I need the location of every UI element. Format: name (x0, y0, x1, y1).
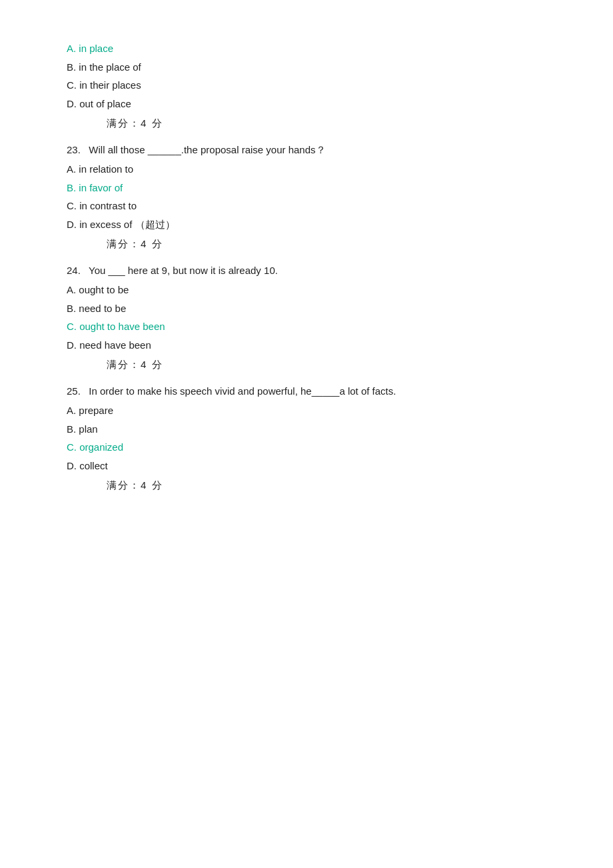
option-c-q22: C. in their places (67, 77, 546, 94)
option-d-q24-text: D. need have been (67, 339, 151, 351)
question-25-stem: 25. In order to make his speech vivid an… (67, 383, 546, 400)
score-q24: 满分：4 分 (107, 356, 546, 373)
question-24-stem: 24. You ___ here at 9, but now it is alr… (67, 262, 546, 279)
score-q22: 满分：4 分 (107, 115, 546, 132)
option-b-q22-text: B. in the place of (67, 61, 141, 73)
option-c-q25-text: C. organized (67, 441, 123, 453)
score-q23: 满分：4 分 (107, 235, 546, 253)
question-23-number: 23. Will all those ______.the proposal r… (67, 144, 326, 155)
question-22-tail: A. in place B. in the place of C. in the… (67, 40, 546, 132)
option-b-q24-text: B. need to be (67, 303, 126, 314)
option-c-q24: C. ought to have been (67, 318, 546, 335)
question-24-number: 24. You ___ here at 9, but now it is alr… (67, 265, 278, 276)
option-d-q22-text: D. out of place (67, 98, 131, 109)
option-a-q22: A. in place (67, 40, 546, 57)
option-d-q25: D. collect (67, 457, 546, 475)
question-24: 24. You ___ here at 9, but now it is alr… (67, 262, 546, 373)
option-b-q25: B. plan (67, 421, 546, 438)
option-c-q22-text: C. in their places (67, 79, 141, 91)
option-b-q24: B. need to be (67, 300, 546, 317)
option-a-q24: A. ought to be (67, 281, 546, 299)
option-c-q24-text: C. ought to have been (67, 321, 165, 332)
option-d-q24: D. need have been (67, 337, 546, 354)
option-a-q25-text: A. prepare (67, 405, 113, 416)
question-23-stem: 23. Will all those ______.the proposal r… (67, 141, 546, 159)
option-c-q23-text: C. in contrast to (67, 200, 137, 211)
question-25-number: 25. In order to make his speech vivid an… (67, 385, 396, 397)
option-a-q25: A. prepare (67, 402, 546, 419)
question-25: 25. In order to make his speech vivid an… (67, 383, 546, 494)
option-c-q23: C. in contrast to (67, 197, 546, 215)
question-23: 23. Will all those ______.the proposal r… (67, 141, 546, 253)
option-d-q23: D. in excess of （超过） (67, 216, 546, 233)
score-q25: 满分：4 分 (107, 477, 546, 494)
option-b-q22: B. in the place of (67, 59, 546, 76)
option-a-q22-text: A. in place (67, 43, 113, 54)
option-b-q23: B. in favor of (67, 179, 546, 197)
option-a-q23-text: A. in relation to (67, 163, 133, 175)
option-a-q24-text: A. ought to be (67, 284, 129, 295)
option-d-q23-text: D. in excess of （超过） (67, 219, 175, 230)
option-d-q25-text: D. collect (67, 460, 108, 471)
option-b-q23-text: B. in favor of (67, 182, 123, 193)
option-d-q22: D. out of place (67, 95, 546, 113)
option-a-q23: A. in relation to (67, 161, 546, 178)
option-c-q25: C. organized (67, 439, 546, 456)
option-b-q25-text: B. plan (67, 423, 98, 435)
